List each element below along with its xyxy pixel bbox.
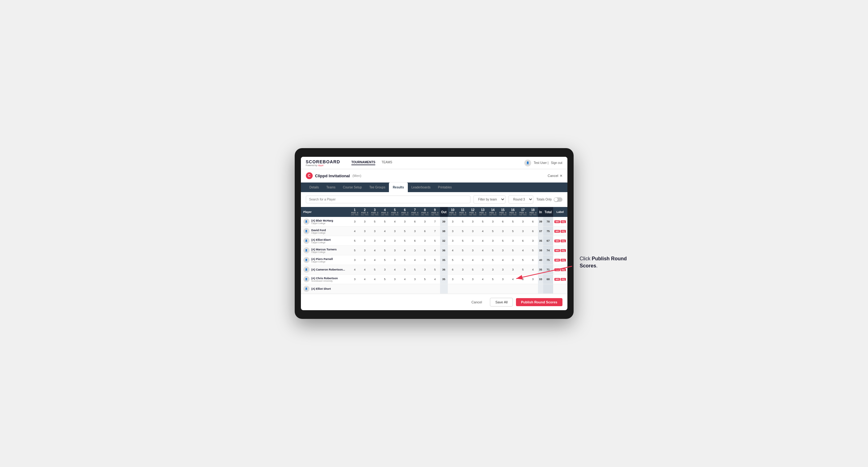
hole-12-score[interactable]: 3 [468,275,477,284]
tab-leaderboards[interactable]: Leaderboards [408,183,434,192]
hole-15-score[interactable]: 3 [498,226,507,236]
hole-17-score[interactable]: 3 [518,217,528,226]
hole-12-score[interactable]: 4 [468,255,477,265]
hole-9-score[interactable]: 4 [430,275,440,284]
hole-3-score[interactable]: 3 [370,226,380,236]
hole-9-score[interactable]: 4 [430,246,440,255]
hole-7-score[interactable]: 3 [410,275,420,284]
hole-16-score[interactable] [508,284,518,294]
hole-4-score[interactable]: 5 [380,255,390,265]
hole-4-score[interactable]: 5 [380,246,390,255]
wd-badge[interactable]: WD [554,249,560,252]
hole-8-score[interactable]: 5 [420,246,430,255]
hole-3-score[interactable]: 4 [370,246,380,255]
hole-17-score[interactable]: 4 [518,246,528,255]
hole-1-score[interactable]: 5 [349,246,360,255]
dq-badge[interactable]: DQ [561,249,566,252]
hole-7-score[interactable]: 3 [410,226,420,236]
hole-5-score[interactable]: 3 [390,226,400,236]
wd-badge[interactable]: WD [554,259,560,261]
hole-16-score[interactable]: 5 [508,226,518,236]
hole-9-score[interactable]: 7 [430,226,440,236]
hole-17-score[interactable] [518,284,528,294]
hole-5-score[interactable] [390,284,400,294]
hole-18-score[interactable]: 6 [528,217,538,226]
publish-round-scores-button[interactable]: Publish Round Scores [516,298,562,306]
hole-8-score[interactable]: 6 [420,226,430,236]
hole-11-score[interactable]: 5 [458,226,468,236]
tab-tee-groups[interactable]: Tee Groups [366,183,389,192]
hole-2-score[interactable]: 3 [360,246,370,255]
hole-9-score[interactable]: 5 [430,255,440,265]
hole-1-score[interactable]: 3 [349,217,360,226]
hole-3-score[interactable]: 3 [370,236,380,246]
hole-10-score[interactable]: 6 [448,265,458,275]
hole-16-score[interactable]: 5 [508,217,518,226]
hole-10-score[interactable] [448,284,458,294]
hole-6-score[interactable]: 5 [400,226,410,236]
hole-13-score[interactable]: 5 [478,217,488,226]
hole-5-score[interactable]: 3 [390,255,400,265]
hole-7-score[interactable]: 6 [410,236,420,246]
hole-6-score[interactable] [400,284,410,294]
hole-4-score[interactable]: 4 [380,236,390,246]
hole-13-score[interactable]: 4 [478,275,488,284]
hole-15-score[interactable]: 3 [498,275,507,284]
dq-badge[interactable]: DQ [561,230,566,233]
hole-4-score[interactable]: 3 [380,265,390,275]
hole-11-score[interactable]: 5 [458,275,468,284]
wd-badge[interactable]: WD [554,230,560,233]
wd-badge[interactable]: WD [554,240,560,242]
hole-4-score[interactable] [380,284,390,294]
sign-out-link[interactable]: Sign out [551,161,562,164]
hole-4-score[interactable]: 5 [380,275,390,284]
hole-12-score[interactable]: 3 [468,226,477,236]
hole-3-score[interactable]: 5 [370,217,380,226]
hole-8-score[interactable]: 3 [420,255,430,265]
hole-14-score[interactable]: 3 [488,236,498,246]
hole-13-score[interactable]: 3 [478,255,488,265]
hole-7-score[interactable]: 6 [410,217,420,226]
hole-11-score[interactable]: 5 [458,236,468,246]
hole-1-score[interactable]: 4 [349,226,360,236]
hole-3-score[interactable] [370,284,380,294]
hole-11-score[interactable]: 3 [458,265,468,275]
hole-11-score[interactable] [458,284,468,294]
tab-teams[interactable]: Teams [322,183,339,192]
hole-6-score[interactable]: 3 [400,217,410,226]
hole-3-score[interactable]: 5 [370,265,380,275]
hole-12-score[interactable]: 3 [468,246,477,255]
hole-15-score[interactable]: 3 [498,246,507,255]
hole-1-score[interactable]: 4 [349,265,360,275]
hole-2-score[interactable] [360,284,370,294]
tab-printables[interactable]: Printables [434,183,455,192]
filter-by-team-select[interactable]: Filter by team [473,195,505,204]
hole-10-score[interactable]: 5 [448,255,458,265]
hole-4-score[interactable]: 5 [380,217,390,226]
hole-7-score[interactable]: 4 [410,255,420,265]
hole-18-score[interactable]: 6 [528,226,538,236]
totals-toggle-switch[interactable] [554,197,562,202]
hole-13-score[interactable]: 4 [478,226,488,236]
tab-results[interactable]: Results [389,183,407,192]
hole-5-score[interactable]: 3 [390,236,400,246]
hole-17-score[interactable]: 6 [518,236,528,246]
hole-10-score[interactable]: 3 [448,226,458,236]
hole-2-score[interactable]: 3 [360,217,370,226]
nav-tournaments[interactable]: TOURNAMENTS [351,160,376,165]
hole-18-score[interactable]: 3 [528,236,538,246]
cancel-header-btn[interactable]: Cancel ✕ [548,174,562,178]
hole-8-score[interactable]: 3 [420,217,430,226]
dq-badge[interactable]: DQ [561,240,566,242]
hole-10-score[interactable]: 4 [448,246,458,255]
hole-8-score[interactable]: 5 [420,275,430,284]
hole-3-score[interactable]: 4 [370,255,380,265]
hole-1-score[interactable]: 5 [349,236,360,246]
hole-2-score[interactable]: 3 [360,236,370,246]
hole-14-score[interactable]: 5 [488,246,498,255]
hole-8-score[interactable]: 3 [420,236,430,246]
hole-12-score[interactable] [468,284,477,294]
hole-7-score[interactable]: 5 [410,265,420,275]
hole-14-score[interactable]: 3 [488,217,498,226]
tab-course-setup[interactable]: Course Setup [339,183,366,192]
